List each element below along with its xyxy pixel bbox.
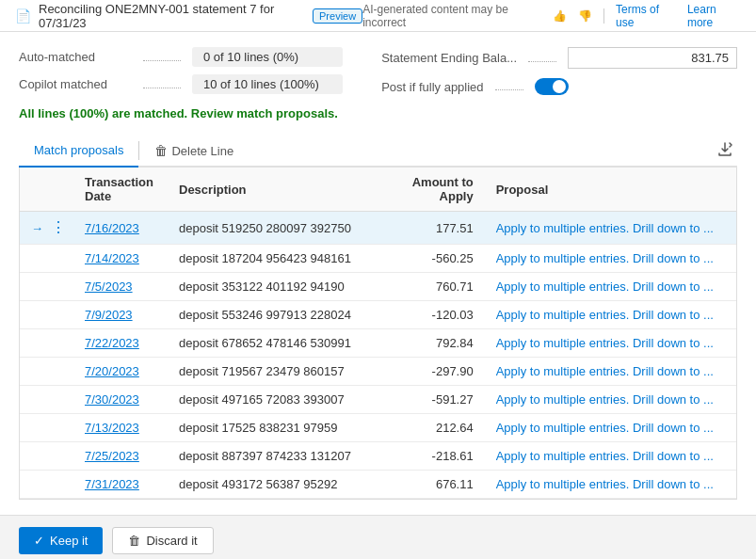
transaction-date[interactable]: 7/31/2023 <box>73 471 168 499</box>
transaction-date[interactable]: 7/20/2023 <box>73 358 168 386</box>
main-content: Auto-matched 0 of 10 lines (0%) Copilot … <box>0 32 756 515</box>
table-row: 7/20/2023deposit 719567 23479 860157-297… <box>20 358 736 386</box>
footer: ✓ Keep it 🗑 Discard it <box>0 515 756 559</box>
row-arrow-cell <box>20 245 43 273</box>
transaction-proposal[interactable]: Apply to multiple entries. Drill down to… <box>485 273 736 301</box>
transaction-amount: 212.64 <box>372 414 485 442</box>
thumbs-up-icon[interactable]: 👍 <box>553 9 567 23</box>
kebab-cell <box>43 414 73 442</box>
page-title: Reconciling ONE2MNY-001 statement 7 for … <box>39 2 305 30</box>
row-arrow-cell <box>20 414 43 442</box>
transaction-proposal[interactable]: Apply to multiple entries. Drill down to… <box>485 471 736 499</box>
row-arrow-cell <box>20 273 43 301</box>
table-row: 7/14/2023deposit 187204 956423 948161-56… <box>20 245 736 273</box>
copilot-matched-row: Copilot matched 10 of 10 lines (100%) <box>19 74 343 94</box>
discard-button[interactable]: 🗑 Discard it <box>112 527 213 554</box>
transaction-date[interactable]: 7/30/2023 <box>73 386 168 414</box>
tabs-bar: Match proposals 🗑 Delete Line <box>19 136 737 168</box>
table-row: 7/25/2023deposit 887397 874233 131207-21… <box>20 442 736 471</box>
transaction-description: deposit 519250 280097 392750 <box>168 212 372 245</box>
arrow-icon: → <box>31 221 43 235</box>
learn-more-link[interactable]: Learn more <box>687 3 741 29</box>
export-icon[interactable] <box>713 137 737 165</box>
check-icon: ✓ <box>34 534 44 548</box>
transaction-amount: 676.11 <box>372 471 485 499</box>
transaction-date[interactable]: 7/14/2023 <box>73 245 168 273</box>
kebab-cell <box>43 245 73 273</box>
transaction-proposal[interactable]: Apply to multiple entries. Drill down to… <box>485 245 736 273</box>
kebab-icon[interactable]: ⋮ <box>47 218 70 237</box>
kebab-cell <box>43 442 73 471</box>
transaction-description: deposit 187204 956423 948161 <box>168 245 372 273</box>
row-arrow-cell <box>20 358 43 386</box>
ai-notice: AI-generated content may be incorrect <box>362 3 541 29</box>
transaction-date[interactable]: 7/5/2023 <box>73 273 168 301</box>
transaction-amount: -297.90 <box>372 358 485 386</box>
table-row: →⋮7/16/2023deposit 519250 280097 3927501… <box>20 212 736 245</box>
tab-match-proposals[interactable]: Match proposals <box>19 136 138 168</box>
transaction-date[interactable]: 7/25/2023 <box>73 442 168 471</box>
transaction-description: deposit 719567 23479 860157 <box>168 358 372 386</box>
row-arrow-cell: → <box>20 212 43 245</box>
transaction-amount: -218.61 <box>372 442 485 471</box>
transaction-proposal[interactable]: Apply to multiple entries. Drill down to… <box>485 442 736 471</box>
transaction-description: deposit 17525 838231 97959 <box>168 414 372 442</box>
post-toggle[interactable] <box>535 78 569 95</box>
copilot-matched-value: 10 of 10 lines (100%) <box>192 74 343 94</box>
delete-line-icon: 🗑 <box>154 143 168 158</box>
transaction-date[interactable]: 7/9/2023 <box>73 301 168 329</box>
row-arrow-cell <box>20 301 43 329</box>
transaction-proposal[interactable]: Apply to multiple entries. Drill down to… <box>485 386 736 414</box>
transaction-amount: -120.03 <box>372 301 485 329</box>
table-body: →⋮7/16/2023deposit 519250 280097 3927501… <box>20 212 736 499</box>
transaction-proposal[interactable]: Apply to multiple entries. Drill down to… <box>485 414 736 442</box>
transaction-description: deposit 493172 56387 95292 <box>168 471 372 499</box>
table-row: 7/30/2023deposit 497165 72083 393007-591… <box>20 386 736 414</box>
stats-right: Statement Ending Bala... Post if fully a… <box>381 47 737 95</box>
thumbs-down-icon[interactable]: 👎 <box>578 9 592 23</box>
transaction-date[interactable]: 7/13/2023 <box>73 414 168 442</box>
kebab-cell <box>43 471 73 499</box>
kebab-cell <box>43 386 73 414</box>
table-row: 7/31/2023deposit 493172 56387 95292676.1… <box>20 471 736 499</box>
transaction-date[interactable]: 7/16/2023 <box>73 212 168 245</box>
kebab-cell <box>43 358 73 386</box>
kebab-cell <box>43 273 73 301</box>
copilot-matched-label: Copilot matched <box>19 77 132 91</box>
all-matched-message: All lines (100%) are matched. Review mat… <box>19 106 737 120</box>
transaction-description: deposit 887397 874233 131207 <box>168 442 372 471</box>
kebab-cell: ⋮ <box>43 212 73 245</box>
transaction-proposal[interactable]: Apply to multiple entries. Drill down to… <box>485 329 736 358</box>
auto-matched-dots <box>143 54 181 61</box>
transaction-amount: -591.27 <box>372 386 485 414</box>
balance-dots <box>528 55 556 62</box>
kebab-cell <box>43 301 73 329</box>
header-right: AI-generated content may be incorrect 👍 … <box>362 3 741 29</box>
keep-button[interactable]: ✓ Keep it <box>19 527 103 554</box>
transaction-proposal[interactable]: Apply to multiple entries. Drill down to… <box>485 212 736 245</box>
document-icon: 📄 <box>15 8 31 24</box>
transaction-proposal[interactable]: Apply to multiple entries. Drill down to… <box>485 358 736 386</box>
tabs-left: Match proposals 🗑 Delete Line <box>19 136 249 166</box>
trash-icon: 🗑 <box>128 534 140 548</box>
transaction-date[interactable]: 7/22/2023 <box>73 329 168 358</box>
balance-row: Statement Ending Bala... <box>381 47 737 69</box>
terms-of-use-link[interactable]: Terms of use <box>616 3 676 29</box>
col-desc: Description <box>168 168 372 212</box>
stats-left: Auto-matched 0 of 10 lines (0%) Copilot … <box>19 47 343 94</box>
auto-matched-row: Auto-matched 0 of 10 lines (0%) <box>19 47 343 67</box>
tab-delete-line[interactable]: 🗑 Delete Line <box>139 136 249 166</box>
balance-input[interactable] <box>568 47 737 69</box>
col-kebab <box>43 168 73 212</box>
row-arrow-cell <box>20 471 43 499</box>
transaction-description: deposit 497165 72083 393007 <box>168 386 372 414</box>
transaction-proposal[interactable]: Apply to multiple entries. Drill down to… <box>485 301 736 329</box>
stats-row: Auto-matched 0 of 10 lines (0%) Copilot … <box>19 47 737 95</box>
transaction-description: deposit 553246 997913 228024 <box>168 301 372 329</box>
table-row: 7/22/2023deposit 678652 478146 530991792… <box>20 329 736 358</box>
col-date: Transaction Date <box>73 168 168 212</box>
transaction-description: deposit 353122 401192 94190 <box>168 273 372 301</box>
auto-matched-label: Auto-matched <box>19 50 132 64</box>
post-label: Post if fully applied <box>381 80 483 94</box>
keep-label: Keep it <box>50 534 88 548</box>
